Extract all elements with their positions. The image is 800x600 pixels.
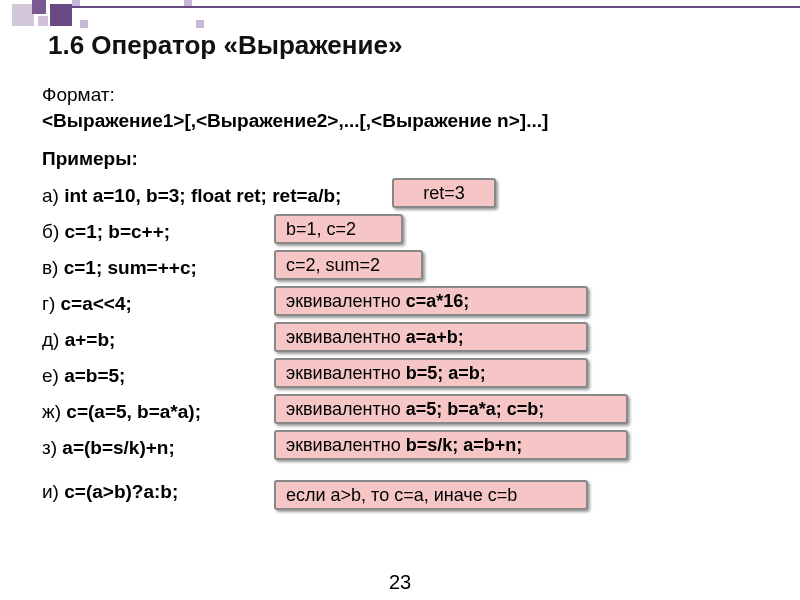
example-row-e: е) a=b=5; эквивалентно b=5; a=b;	[42, 358, 760, 394]
row-tag: а)	[42, 185, 64, 206]
result-badge: эквивалентно a=a+b;	[274, 322, 588, 352]
result-badge: эквивалентно a=5; b=a*a; c=b;	[274, 394, 628, 424]
page-title: 1.6 Оператор «Выражение»	[48, 30, 402, 61]
example-row-i: и) c=(a>b)?a:b; если a>b, то c=a, иначе …	[42, 466, 760, 514]
badge-text: c=2, sum=2	[286, 255, 380, 275]
row-code: c=1; b=c++;	[65, 221, 171, 242]
format-label: Формат:	[42, 84, 760, 106]
example-row-b: б) c=1; b=c++; b=1, c=2	[42, 214, 760, 250]
result-badge: эквивалентно b=s/k; a=b+n;	[274, 430, 628, 460]
row-code: int a=10, b=3; float ret; ret=a/b;	[64, 185, 341, 206]
page-number: 23	[0, 571, 800, 594]
row-code: a=(b=s/k)+n;	[62, 437, 174, 458]
result-badge: c=2, sum=2	[274, 250, 423, 280]
slide-content: Формат: <Выражение1>[,<Выражение2>,...[,…	[42, 84, 760, 514]
corner-decoration	[0, 0, 220, 30]
row-code: c=(a>b)?a:b;	[64, 481, 178, 502]
examples-label: Примеры:	[42, 148, 760, 170]
badge-text: эквивалентно	[286, 363, 406, 383]
example-row-d: д) a+=b; эквивалентно a=a+b;	[42, 322, 760, 358]
result-badge: если a>b, то c=a, иначе c=b	[274, 480, 588, 510]
row-code: c=(a=5, b=a*a);	[66, 401, 201, 422]
badge-text: b=1, c=2	[286, 219, 356, 239]
result-badge: эквивалентно b=5; a=b;	[274, 358, 588, 388]
example-row-zh: ж) c=(a=5, b=a*a); эквивалентно a=5; b=a…	[42, 394, 760, 430]
badge-bold: b=s/k; a=b+n;	[406, 435, 523, 455]
row-tag: б)	[42, 221, 65, 242]
row-code: a+=b;	[65, 329, 116, 350]
badge-bold: a=5; b=a*a; c=b;	[406, 399, 545, 419]
badge-text: ret=3	[423, 183, 465, 203]
row-tag: е)	[42, 365, 64, 386]
row-tag: ж)	[42, 401, 66, 422]
badge-text: эквивалентно	[286, 327, 406, 347]
badge-text: эквивалентно	[286, 291, 406, 311]
row-tag: в)	[42, 257, 64, 278]
result-badge: ret=3	[392, 178, 496, 208]
badge-text: эквивалентно	[286, 399, 406, 419]
row-code: c=1; sum=++c;	[64, 257, 197, 278]
row-code: c=a<<4;	[61, 293, 132, 314]
row-tag: д)	[42, 329, 65, 350]
example-row-z: з) a=(b=s/k)+n; эквивалентно b=s/k; a=b+…	[42, 430, 760, 466]
row-tag: з)	[42, 437, 62, 458]
badge-text: эквивалентно	[286, 435, 406, 455]
row-tag: г)	[42, 293, 61, 314]
format-syntax: <Выражение1>[,<Выражение2>,...[,<Выражен…	[42, 110, 760, 132]
badge-bold: b=5; a=b;	[406, 363, 486, 383]
result-badge: эквивалентно c=a*16;	[274, 286, 588, 316]
badge-text: если a>b, то c=a, иначе c=b	[286, 485, 517, 505]
header-divider	[70, 6, 800, 8]
example-row-v: в) c=1; sum=++c; c=2, sum=2	[42, 250, 760, 286]
result-badge: b=1, c=2	[274, 214, 403, 244]
example-row-a: а) int a=10, b=3; float ret; ret=a/b; re…	[42, 178, 760, 214]
example-row-g: г) c=a<<4; эквивалентно c=a*16;	[42, 286, 760, 322]
row-code: a=b=5;	[64, 365, 125, 386]
badge-bold: c=a*16;	[406, 291, 470, 311]
badge-bold: a=a+b;	[406, 327, 464, 347]
row-tag: и)	[42, 481, 64, 502]
